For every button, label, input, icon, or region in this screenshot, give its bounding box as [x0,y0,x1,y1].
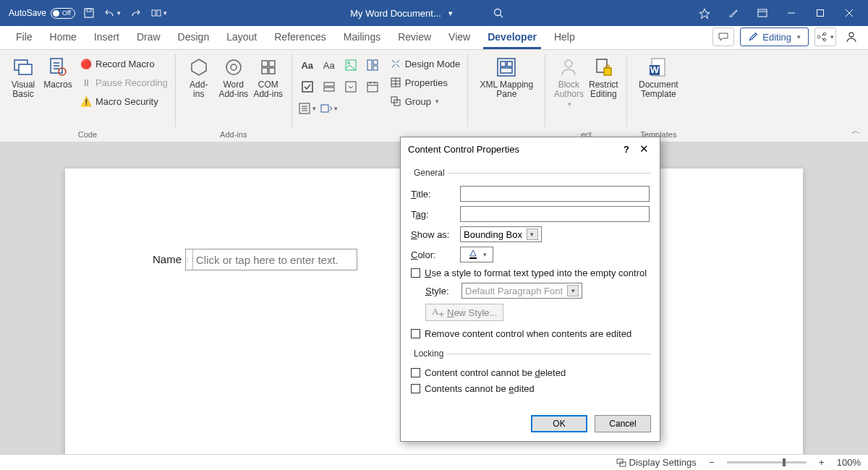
building-block-control-icon[interactable] [363,56,382,74]
tab-developer[interactable]: Developer [479,25,545,49]
macros-button[interactable]: Macros [41,53,75,90]
addins-icon [187,56,210,79]
autosave-toggle[interactable]: Off [51,8,75,19]
statusbar: Display Settings − + 100% [0,454,868,470]
ribbon-group-protect: Block Authors▾ Restrict Editing ect [545,50,626,142]
document-template-button[interactable]: WDocument Template [633,53,684,99]
cancel-button[interactable]: Cancel [595,415,651,432]
style-label: Style: [425,286,456,296]
zoom-in-button[interactable]: + [817,457,827,468]
premium-icon[interactable] [690,0,719,26]
content-control-handle[interactable] [186,249,193,270]
showas-combo[interactable]: Bounding Box▾ [460,226,542,242]
tab-draw[interactable]: Draw [128,25,169,49]
word-addins-icon [222,56,245,79]
com-addins-button[interactable]: COM Add-ins [251,53,286,99]
record-macro-button[interactable]: 🔴Record Macro [78,56,169,72]
dialog-help-icon[interactable]: ? [618,144,635,155]
tab-file[interactable]: File [7,25,41,49]
title-field-label: Title: [411,189,454,200]
zoom-out-button[interactable]: − [707,457,717,468]
ribbon-group-templates: WDocument Template Templates [627,50,689,142]
autosave-label: AutoSave [9,8,46,18]
brush-icon[interactable] [719,0,748,26]
visual-basic-button[interactable]: Visual Basic [6,53,41,99]
legacy-tools-icon[interactable]: ▾ [320,99,339,118]
tab-layout[interactable]: Layout [218,25,265,49]
svg-point-13 [231,64,237,70]
tab-design[interactable]: Design [169,25,218,49]
remove-cc-checkbox[interactable]: Remove content control when contents are… [411,325,650,341]
account-icon[interactable] [842,30,861,43]
maximize-button[interactable] [806,0,835,26]
title-chevron-icon[interactable]: ▾ [448,9,453,18]
collapse-ribbon-icon[interactable]: ︿ [851,124,861,137]
word-addins-button[interactable]: Word Add-ins [216,53,251,99]
search-icon[interactable] [489,4,508,22]
save-icon[interactable] [80,4,98,22]
restrict-editing-icon [592,56,615,79]
comments-button[interactable] [712,27,734,46]
qat-more-icon[interactable]: ▾ [149,4,168,22]
doc-title[interactable]: My Word Document... [350,8,441,19]
minimize-button[interactable] [777,0,806,26]
svg-rect-3 [157,10,161,16]
plain-text-control-icon[interactable]: Aa [320,56,339,74]
ok-button[interactable]: OK [531,415,587,432]
zoom-level[interactable]: 100% [837,457,861,468]
tab-insert[interactable]: Insert [85,25,128,49]
svg-rect-14 [262,61,268,67]
tab-review[interactable]: Review [389,25,440,49]
date-picker-control-icon[interactable] [363,77,382,96]
tag-input[interactable] [460,206,650,222]
redo-icon[interactable] [126,4,145,22]
svg-rect-9 [19,64,32,74]
checkbox-control-icon[interactable] [298,77,317,96]
svg-rect-16 [262,68,268,74]
repeating-section-control-icon[interactable]: ▾ [298,99,317,118]
dropdown-control-icon[interactable] [341,77,360,96]
use-style-checkbox[interactable]: Use a style to format text typed into th… [411,265,650,281]
close-button[interactable] [835,0,864,26]
macros-icon [46,56,69,79]
lock-edit-checkbox[interactable]: Contents cannot be edited [411,380,650,396]
general-legend: General [411,168,448,178]
rich-text-control-icon[interactable]: Aa [298,56,317,74]
svg-rect-20 [367,60,372,70]
undo-icon[interactable]: ▾ [103,4,122,22]
display-settings-button[interactable]: Display Settings [616,457,697,468]
title-input[interactable] [460,186,650,202]
ribbon-mode-icon[interactable] [748,0,777,26]
share-button[interactable]: ▾ [814,27,836,46]
titlebar: AutoSave Off ▾ ▾ My Word Document... ▾ [0,0,868,26]
design-mode-button[interactable]: Design Mode [388,56,462,72]
dialog-title: Content Control Properties [408,144,519,155]
properties-icon [389,76,402,89]
picture-control-icon[interactable] [341,56,360,74]
pause-icon: ⏸ [80,76,93,89]
dialog-close-icon[interactable]: ✕ [635,142,652,155]
tab-references[interactable]: References [265,25,335,49]
content-control[interactable]: Click or tap here to enter text. [185,249,357,270]
combobox-control-icon[interactable] [320,77,339,96]
lock-delete-checkbox[interactable]: Content control cannot be deleted [411,364,650,380]
ribbon-group-controls: Aa Aa ▾ ▾ Design Mode Properties Group▾ [292,50,468,142]
addins-button[interactable]: Add- ins [182,53,216,99]
restrict-editing-button[interactable]: Restrict Editing [586,53,621,99]
group-button[interactable]: Group▾ [388,93,462,109]
tab-help[interactable]: Help [545,25,584,49]
svg-rect-27 [367,82,378,92]
svg-rect-2 [152,10,156,16]
ribbon-tabs: File Home Insert Draw Design Layout Refe… [0,26,868,50]
tab-view[interactable]: View [440,25,479,49]
group-icon [389,95,402,108]
zoom-slider[interactable] [727,461,807,463]
tab-home[interactable]: Home [41,25,85,49]
tab-mailings[interactable]: Mailings [335,25,389,49]
macro-security-button[interactable]: ⚠️Macro Security [78,93,169,109]
color-picker[interactable]: ▾ [460,247,493,262]
xml-mapping-button[interactable]: XML Mapping Pane [474,53,539,99]
ribbon-group-code: Visual Basic Macros 🔴Record Macro ⏸Pause… [0,50,175,142]
editing-mode-button[interactable]: Editing ▾ [740,27,809,46]
properties-button[interactable]: Properties [388,74,462,90]
